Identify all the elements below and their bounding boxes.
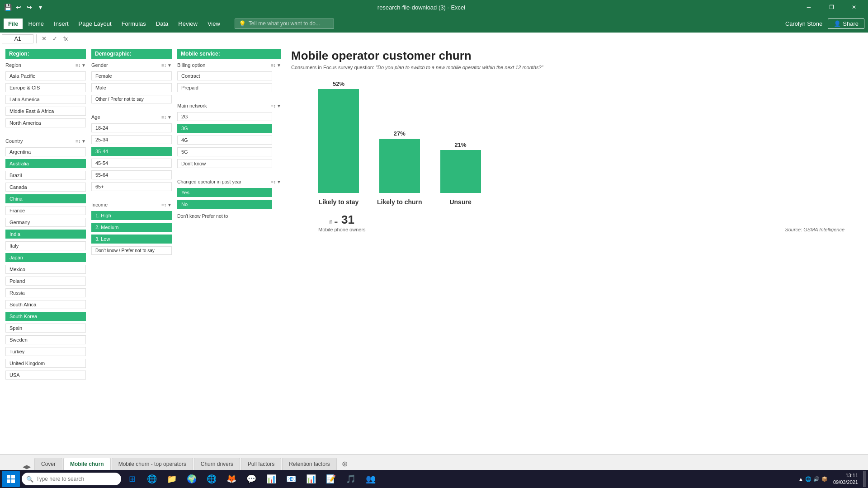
filter-sweden[interactable]: Sweden bbox=[5, 335, 86, 344]
filter-contract[interactable]: Contract bbox=[177, 71, 272, 80]
taskbar-search[interactable]: 🔍 bbox=[22, 473, 121, 485]
filter-5g[interactable]: 5G bbox=[177, 147, 272, 156]
filter-europe-cis[interactable]: Europe & CIS bbox=[5, 83, 86, 92]
taskbar-word[interactable]: 📝 bbox=[322, 471, 340, 487]
filter-prepaid[interactable]: Prepaid bbox=[177, 83, 272, 92]
filter-latin-america[interactable]: Latin America bbox=[5, 95, 86, 104]
changed-sort-icon[interactable]: ≡↕ bbox=[271, 179, 276, 184]
menu-insert[interactable]: Insert bbox=[49, 19, 73, 29]
tab-mobile-churn[interactable]: Mobile churn bbox=[63, 458, 111, 470]
filter-india[interactable]: India bbox=[5, 230, 86, 239]
taskbar-firefox[interactable]: 🦊 bbox=[222, 471, 241, 487]
filter-australia[interactable]: Australia bbox=[5, 159, 86, 168]
taskbar-edge[interactable]: 🌍 bbox=[183, 471, 201, 487]
taskbar-task-view[interactable]: ⊞ bbox=[123, 471, 141, 487]
menu-review[interactable]: Review bbox=[174, 19, 202, 29]
tab-nav-prev[interactable]: ◀ bbox=[23, 464, 27, 470]
filter-italy[interactable]: Italy bbox=[5, 241, 86, 250]
filter-25-34[interactable]: 25-34 bbox=[91, 135, 172, 144]
filter-japan[interactable]: Japan bbox=[5, 253, 86, 262]
filter-canada[interactable]: Canada bbox=[5, 183, 86, 192]
filter-poland[interactable]: Poland bbox=[5, 277, 86, 286]
region-sort-icon[interactable]: ≡↕ bbox=[75, 63, 80, 68]
confirm-formula-icon[interactable]: ✓ bbox=[50, 34, 59, 43]
income-filter-icon[interactable]: ▼ bbox=[167, 202, 172, 207]
filter-65-plus[interactable]: 65+ bbox=[91, 182, 172, 191]
filter-france[interactable]: France bbox=[5, 206, 86, 215]
filter-mexico[interactable]: Mexico bbox=[5, 265, 86, 274]
tab-cover[interactable]: Cover bbox=[34, 458, 62, 470]
changed-filter-icon[interactable]: ▼ bbox=[277, 179, 281, 184]
country-filter-icon[interactable]: ▼ bbox=[81, 139, 86, 144]
filter-north-america[interactable]: North America bbox=[5, 118, 86, 127]
filter-russia[interactable]: Russia bbox=[5, 288, 86, 297]
filter-55-64[interactable]: 55-64 bbox=[91, 170, 172, 179]
filter-asia-pacific[interactable]: Asia Pacific bbox=[5, 71, 86, 80]
country-sort-icon[interactable]: ≡↕ bbox=[75, 139, 80, 144]
filter-male[interactable]: Male bbox=[91, 83, 172, 92]
filter-female[interactable]: Female bbox=[91, 71, 172, 80]
filter-45-54[interactable]: 45-54 bbox=[91, 159, 172, 168]
income-sort-icon[interactable]: ≡↕ bbox=[161, 202, 166, 207]
tab-mobile-churn-operators[interactable]: Mobile churn - top operators bbox=[112, 458, 193, 470]
age-sort-icon[interactable]: ≡↕ bbox=[161, 115, 166, 120]
filter-south-korea[interactable]: South Korea bbox=[5, 312, 86, 321]
billing-sort-icon[interactable]: ≡↕ bbox=[271, 63, 276, 68]
taskbar-skype[interactable]: 💬 bbox=[242, 471, 260, 487]
filter-middle-east[interactable]: Middle East & Africa bbox=[5, 107, 86, 116]
menu-search-box[interactable]: 💡 bbox=[235, 19, 334, 29]
taskbar-powerpoint[interactable]: 📊 bbox=[302, 471, 320, 487]
menu-data[interactable]: Data bbox=[151, 19, 173, 29]
tab-add-button[interactable]: ⊕ bbox=[340, 458, 350, 469]
filter-4g[interactable]: 4G bbox=[177, 136, 272, 145]
menu-file[interactable]: File bbox=[4, 19, 23, 29]
taskbar-excel[interactable]: 📊 bbox=[262, 471, 280, 487]
filter-germany[interactable]: Germany bbox=[5, 218, 86, 227]
menu-view[interactable]: View bbox=[203, 19, 225, 29]
filter-low-income[interactable]: 3. Low bbox=[91, 235, 172, 244]
taskbar-teams[interactable]: 👥 bbox=[362, 471, 380, 487]
filter-south-africa[interactable]: South Africa bbox=[5, 300, 86, 309]
tab-nav-next[interactable]: ▶ bbox=[27, 464, 31, 470]
taskbar-spotify[interactable]: 🎵 bbox=[342, 471, 360, 487]
tab-pull-factors[interactable]: Pull factors bbox=[241, 458, 281, 470]
gender-sort-icon[interactable]: ≡↕ bbox=[161, 63, 166, 68]
tab-churn-drivers[interactable]: Churn drivers bbox=[194, 458, 240, 470]
filter-dont-know-network[interactable]: Don't know bbox=[177, 159, 272, 168]
close-button[interactable]: ✕ bbox=[844, 0, 864, 14]
minimize-button[interactable]: ─ bbox=[798, 0, 819, 14]
dropbox-icon[interactable]: 📦 bbox=[821, 476, 828, 482]
cancel-formula-icon[interactable]: ✕ bbox=[39, 34, 48, 43]
tab-retention-factors[interactable]: Retention factors bbox=[282, 458, 337, 470]
taskbar-ie[interactable]: 🌐 bbox=[143, 471, 161, 487]
undo-icon[interactable]: ↩ bbox=[14, 3, 23, 11]
filter-high-income[interactable]: 1. High bbox=[91, 211, 172, 220]
cell-reference[interactable] bbox=[2, 34, 33, 43]
filter-18-24[interactable]: 18-24 bbox=[91, 123, 172, 132]
network-filter-icon[interactable]: ▼ bbox=[277, 103, 281, 108]
menu-formulas[interactable]: Formulas bbox=[117, 19, 151, 29]
filter-yes-changed[interactable]: Yes bbox=[177, 188, 272, 197]
taskbar-chrome[interactable]: 🌐 bbox=[203, 471, 221, 487]
filter-other[interactable]: Other / Prefer not to say bbox=[91, 95, 172, 103]
share-button[interactable]: 👤 Share bbox=[828, 19, 864, 29]
network-sort-icon[interactable]: ≡↕ bbox=[271, 103, 276, 108]
taskbar-outlook[interactable]: 📧 bbox=[282, 471, 300, 487]
billing-filter-icon[interactable]: ▼ bbox=[277, 63, 281, 68]
filter-2g[interactable]: 2G bbox=[177, 112, 272, 121]
insert-function-icon[interactable]: fx bbox=[61, 34, 70, 43]
gender-filter-icon[interactable]: ▼ bbox=[167, 63, 172, 68]
volume-icon[interactable]: 🔊 bbox=[813, 476, 820, 482]
show-desktop-icon[interactable] bbox=[863, 471, 866, 487]
menu-page-layout[interactable]: Page Layout bbox=[74, 19, 116, 29]
formula-input[interactable] bbox=[72, 36, 866, 42]
system-clock[interactable]: 13:11 09/03/2021 bbox=[830, 472, 862, 486]
filter-no-changed[interactable]: No bbox=[177, 200, 272, 209]
age-filter-icon[interactable]: ▼ bbox=[167, 115, 172, 120]
filter-usa[interactable]: USA bbox=[5, 371, 86, 380]
filter-argentina[interactable]: Argentina bbox=[5, 147, 86, 156]
menu-home[interactable]: Home bbox=[24, 19, 48, 29]
region-filter-icon[interactable]: ▼ bbox=[81, 63, 86, 68]
filter-medium-income[interactable]: 2. Medium bbox=[91, 223, 172, 232]
redo-icon[interactable]: ↪ bbox=[25, 3, 33, 11]
